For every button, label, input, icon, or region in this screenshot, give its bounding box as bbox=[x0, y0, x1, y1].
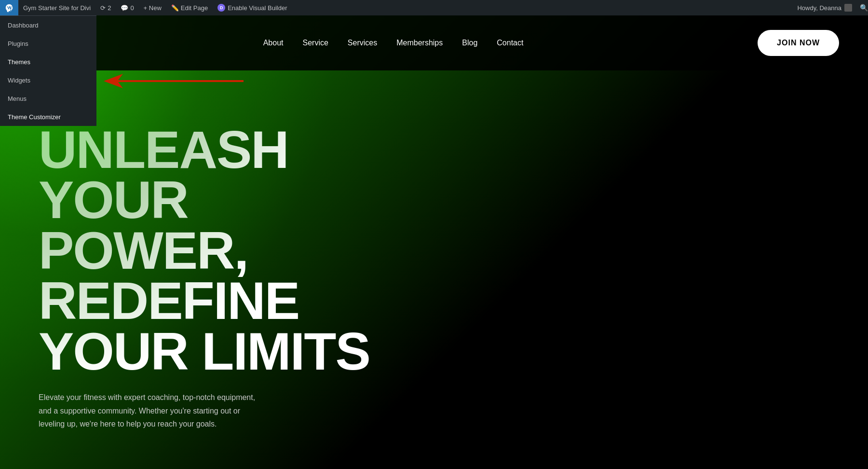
divi-icon: D bbox=[217, 4, 225, 12]
admin-revisions[interactable]: ⟳ 2 bbox=[95, 0, 116, 15]
nav-services[interactable]: Services bbox=[348, 39, 377, 47]
divi-label: Enable Visual Builder bbox=[228, 4, 287, 12]
admin-site-name[interactable]: Gym Starter Site for Divi bbox=[18, 0, 95, 15]
revisions-icon: ⟳ bbox=[100, 4, 106, 12]
admin-edit-page[interactable]: ✏️ Edit Page bbox=[166, 0, 213, 15]
appearance-dropdown: Dashboard Plugins Themes Widgets Menus T… bbox=[0, 15, 96, 126]
admin-site-name-text: Gym Starter Site for Divi bbox=[23, 4, 91, 12]
hero-decoration: //// bbox=[39, 86, 424, 115]
dropdown-item-widgets[interactable]: Widgets bbox=[0, 71, 96, 89]
howdy-text: Howdy, Deanna bbox=[797, 4, 841, 12]
admin-search-icon[interactable]: 🔍 bbox=[860, 4, 868, 12]
admin-comments[interactable]: 💬 0 bbox=[116, 0, 138, 15]
site-nav: About Service Services Memberships Blog … bbox=[263, 39, 524, 47]
hero-title-line3: YOUR LIMITS bbox=[39, 321, 370, 381]
wp-logo[interactable] bbox=[0, 0, 18, 15]
nav-contact[interactable]: Contact bbox=[497, 39, 523, 47]
nav-about[interactable]: About bbox=[263, 39, 284, 47]
edit-page-label: Edit Page bbox=[181, 4, 208, 12]
nav-service[interactable]: Service bbox=[303, 39, 328, 47]
admin-howdy[interactable]: Howdy, Deanna bbox=[792, 4, 857, 12]
new-label: + New bbox=[144, 4, 162, 12]
comments-icon: 💬 bbox=[121, 4, 128, 12]
user-avatar bbox=[844, 4, 852, 12]
nav-blog[interactable]: Blog bbox=[462, 39, 477, 47]
hero-content: //// UNLEASH YOUR POWER, REDEFINE YOUR L… bbox=[39, 86, 424, 430]
join-now-button[interactable]: JOIN NOW bbox=[758, 30, 839, 56]
revisions-count: 2 bbox=[108, 4, 111, 12]
edit-icon: ✏️ bbox=[171, 4, 179, 12]
dropdown-item-plugins[interactable]: Plugins bbox=[0, 34, 96, 53]
admin-divi-builder[interactable]: D Enable Visual Builder bbox=[213, 0, 292, 15]
comments-count: 0 bbox=[130, 4, 134, 12]
dropdown-item-menus[interactable]: Menus bbox=[0, 89, 96, 108]
nav-memberships[interactable]: Memberships bbox=[396, 39, 443, 47]
hero-subtitle: Elevate your fitness with expert coachin… bbox=[39, 391, 256, 430]
dropdown-item-theme-customizer[interactable]: Theme Customizer bbox=[0, 108, 96, 126]
hero-title-line1: UNLEASH YOUR bbox=[39, 120, 288, 230]
admin-new[interactable]: + New bbox=[139, 0, 166, 15]
site-header: About Service Services Memberships Blog … bbox=[0, 15, 868, 70]
hero-title-line2: POWER, REDEFINE bbox=[39, 221, 299, 331]
hero-title: UNLEASH YOUR POWER, REDEFINE YOUR LIMITS bbox=[39, 124, 424, 377]
dropdown-item-dashboard[interactable]: Dashboard bbox=[0, 16, 96, 34]
admin-bar: Gym Starter Site for Divi ⟳ 2 💬 0 + New … bbox=[0, 0, 868, 15]
dropdown-item-themes[interactable]: Themes bbox=[0, 53, 96, 71]
